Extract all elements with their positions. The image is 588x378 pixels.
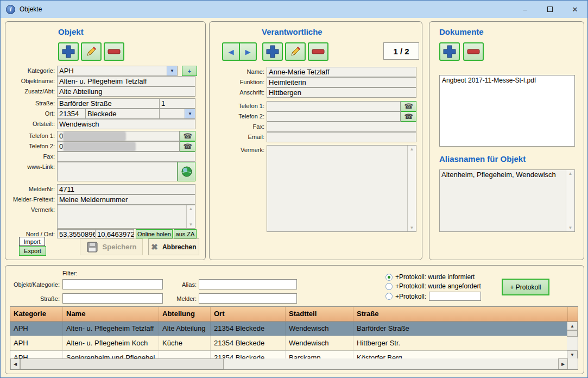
vermerk-textarea[interactable]: ▲▼ (57, 205, 195, 229)
column-header[interactable]: Stadtteil (286, 307, 353, 321)
next-person-button[interactable]: ▶ (239, 42, 257, 61)
chevron-down-icon[interactable]: ▼ (167, 66, 177, 75)
scrollbar-thumb[interactable] (567, 330, 578, 337)
scroll-down-icon[interactable]: ▼ (567, 350, 578, 359)
scroll-down-icon[interactable]: ▼ (568, 225, 573, 230)
maximize-button[interactable] (538, 1, 562, 18)
scroll-up-icon[interactable]: ▲ (189, 206, 193, 211)
hausnummer-field[interactable]: 1 (159, 98, 195, 109)
document-list-item[interactable]: Angbeot 2017-11-Messe-St-I.pdf (440, 75, 574, 85)
radio-icon[interactable] (385, 274, 393, 281)
aliasnamen-textarea[interactable]: Altenheim, Pflegeheim, Wendewisch ▲▼ (439, 169, 575, 232)
scrollbar-thumb[interactable] (20, 358, 224, 369)
kategorie-dropdown[interactable]: APH ▼ (57, 66, 178, 76)
ortsteil-field[interactable]: Wendewisch (57, 119, 195, 129)
telefon2-field[interactable] (267, 111, 401, 122)
radio-icon[interactable] (385, 293, 393, 300)
table-row[interactable]: APHAlten- u. Pflegeheim TetzlaffAlte Abt… (10, 322, 578, 336)
abbrechen-button[interactable]: ✖ Abbrechen (148, 238, 199, 255)
telefon1-dial-button[interactable]: ☎ (401, 101, 416, 111)
strasse-field[interactable]: Barförder Straße (57, 98, 160, 109)
title-bar[interactable]: i Objekte – ✕ (1, 1, 587, 18)
protokoll-custom-input[interactable] (429, 292, 481, 301)
table-row[interactable]: APHAlten- u. Pflegeheim KochKüche21354 B… (10, 336, 578, 351)
scroll-up-icon[interactable]: ▲ (410, 147, 414, 152)
online-holen-button[interactable]: Online holen (136, 229, 173, 238)
table-vertical-scrollbar[interactable]: ▲ ▼ (567, 322, 578, 359)
telefon2-dial-button[interactable]: ☎ (180, 141, 195, 152)
prev-person-button[interactable]: ◀ (222, 42, 240, 61)
name-field[interactable]: Anne-Marie Tetzlaff (267, 67, 416, 77)
table-cell: Küche (159, 336, 211, 350)
scroll-up-icon[interactable]: ▲ (567, 322, 578, 330)
vermerk-textarea[interactable]: ▲▼ (267, 145, 416, 232)
person-edit-button[interactable] (285, 42, 306, 61)
objekt-add-button[interactable] (58, 42, 79, 61)
www-open-button[interactable] (178, 162, 195, 181)
ort-dropdown[interactable]: ▼ (159, 109, 195, 119)
import-button[interactable]: Import (19, 237, 45, 246)
scrollbar[interactable]: ▲▼ (566, 170, 574, 231)
protokoll-button[interactable]: + Protokoll (502, 279, 549, 295)
melder-freitext-field[interactable]: Meine Meldernummer (57, 194, 195, 205)
objekt-edit-button[interactable] (81, 42, 102, 61)
www-link-field[interactable] (57, 162, 178, 181)
scroll-down-icon[interactable]: ▼ (189, 222, 193, 227)
telefon2-field[interactable]: 0 (57, 141, 180, 152)
radio-custom[interactable]: +Protokoll: (385, 292, 481, 301)
email-field[interactable] (267, 132, 416, 142)
filter-alias-input[interactable] (199, 279, 297, 289)
scrollbar[interactable]: ▲▼ (186, 205, 195, 228)
table-cell: Köstorfer Berg (353, 351, 568, 359)
person-add-button[interactable] (262, 42, 283, 61)
telefon1-dial-button[interactable]: ☎ (180, 131, 195, 141)
objekt-delete-button[interactable] (104, 42, 124, 61)
ort-field[interactable]: Bleckede (85, 109, 160, 119)
fax-field[interactable] (267, 122, 416, 132)
kategorie-add-button[interactable]: + (182, 66, 197, 76)
plz-field[interactable]: 21354 (57, 109, 86, 119)
speichern-button[interactable]: Speichern (80, 238, 143, 255)
filter-melder-input[interactable] (199, 293, 297, 304)
scroll-up-icon[interactable]: ▲ (568, 171, 573, 176)
export-button[interactable]: Export (19, 246, 46, 256)
radio-angefordert[interactable]: +Protokoll: wurde angefordert (385, 282, 481, 290)
column-header[interactable]: Kategorie (10, 307, 63, 321)
nord-ost-label: Nord / Ost: (8, 229, 57, 237)
radio-informiert[interactable]: +Protokoll: wurde informiert (385, 273, 475, 281)
table-row[interactable]: APHSeniorenheim und Pflegehei...21354 Bl… (10, 351, 578, 359)
scroll-down-icon[interactable]: ▼ (410, 225, 414, 230)
scroll-left-icon[interactable]: ◀ (10, 358, 20, 369)
radio-icon[interactable] (385, 283, 393, 290)
anschrift-field[interactable]: Hittbergen (267, 87, 416, 98)
aus-za-button[interactable]: aus ZA (174, 229, 197, 238)
column-header[interactable]: Abteilung (159, 307, 211, 321)
dokument-add-button[interactable] (439, 42, 460, 61)
nord-field[interactable]: 53,3550896 (57, 229, 96, 238)
close-button[interactable]: ✕ (562, 1, 587, 18)
fax-field[interactable] (57, 152, 195, 162)
objekt-panel: Objekt Kategorie: APH ▼ + Objektname: Al… (5, 21, 206, 260)
telefon1-field[interactable] (267, 101, 401, 111)
column-header[interactable]: Name (63, 307, 159, 321)
plus-icon (442, 45, 457, 59)
scrollbar[interactable]: ▲▼ (407, 146, 416, 231)
table-horizontal-scrollbar[interactable]: ◀ ▶ (10, 358, 578, 369)
meldernr-field[interactable]: 4711 (57, 184, 195, 194)
dokumente-list[interactable]: Angbeot 2017-11-Messe-St-I.pdf (439, 75, 575, 147)
zusatz-field[interactable]: Alte Abteilung (57, 86, 195, 97)
scroll-right-icon[interactable]: ▶ (558, 358, 568, 369)
ost-field[interactable]: 10,6463972 (95, 229, 134, 238)
dokument-delete-button[interactable] (463, 42, 484, 61)
column-header[interactable]: Ort (211, 307, 286, 321)
telefon2-dial-button[interactable]: ☎ (401, 111, 416, 122)
minimize-button[interactable]: – (513, 1, 538, 18)
objektname-field[interactable]: Alten- u. Pflegeheim Tetzlaff (57, 76, 195, 86)
funktion-field[interactable]: Heimleiterin (267, 77, 416, 87)
column-header[interactable]: Straße (353, 307, 568, 321)
chevron-down-icon[interactable]: ▼ (185, 109, 195, 118)
anschrift-label: Anschrift: (212, 87, 267, 96)
table-cell: 21354 Bleckede (211, 336, 286, 350)
person-delete-button[interactable] (308, 42, 328, 61)
telefon1-field[interactable]: 0 (57, 131, 180, 141)
